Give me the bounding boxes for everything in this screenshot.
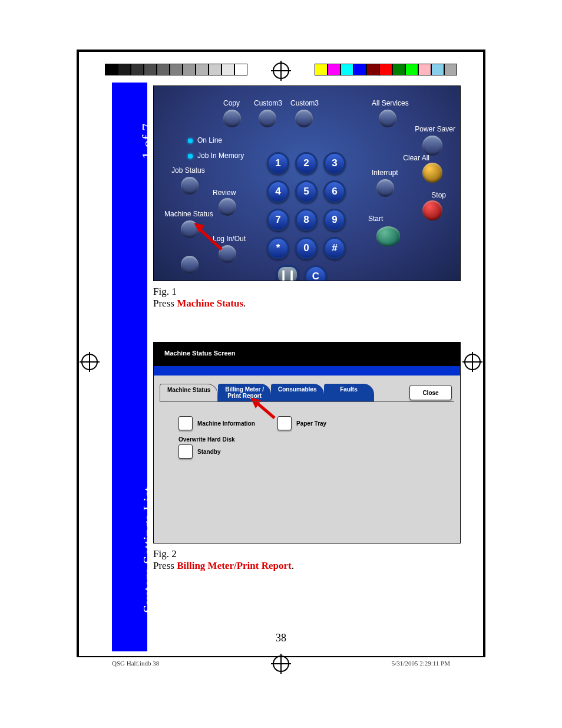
key-pause[interactable]: ❙❙ [276,265,299,281]
mss-body: Machine Information Paper Tray Overwrite… [160,401,454,538]
custom3b-label: Custom3 [290,99,319,107]
stop-button[interactable] [422,200,442,220]
fig1-caption-text: Press Machine Status. [153,298,450,309]
crop-rule-right [483,50,485,657]
opt-machine-info[interactable]: Machine Information [178,416,255,430]
fig1-control-panel: Copy Custom3 Custom3 All Services Power … [153,85,461,281]
fig2-machine-status-screen: Machine Status Screen Machine Status Bil… [153,342,461,543]
key-3[interactable]: 3 [323,152,346,174]
online-label: On Line [197,136,222,144]
registration-mark-icon [273,62,289,79]
opt-box-icon [178,416,193,430]
mss-titlebar: Machine Status Screen [154,342,460,366]
opt-box-icon [178,444,193,459]
all-services-button[interactable] [379,110,396,127]
key-star[interactable]: * [267,237,289,259]
overwrite-hd-label: Overwrite Hard Disk [178,436,235,443]
key-7[interactable]: 7 [267,209,289,231]
key-6[interactable]: 6 [323,180,346,203]
opt-machine-info-label: Machine Information [197,420,255,427]
red-arrow-icon [189,217,224,252]
jobmem-label: Job In Memory [197,151,244,160]
fig2-caption-text: Press Billing Meter/Print Report. [153,560,450,572]
jobmem-led-icon [188,154,193,159]
stop-label: Stop [431,191,446,199]
opt-standby-label: Standby [197,449,220,455]
sidebar: 1 of 7 System Settings List [112,83,147,651]
copy-button[interactable] [223,110,241,127]
footer-right: 5/31/2005 2:29:11 PM [392,660,450,667]
key-1[interactable]: 1 [267,152,289,174]
fig2-caption-post: . [292,560,294,571]
crop-rule-left [77,50,79,657]
fig1-caption-post: . [243,298,246,309]
numeric-keypad: 1 2 3 4 5 6 7 8 9 * [267,152,346,281]
power-saver-label: Power Saver [415,125,455,133]
start-label: Start [368,215,383,223]
copy-label: Copy [223,99,240,107]
mss-bluebar [154,366,460,375]
tab-faults[interactable]: Faults [324,384,374,401]
key-8[interactable]: 8 [295,209,318,231]
opt-paper-tray-label: Paper Tray [296,420,326,427]
opt-paper-tray[interactable]: Paper Tray [277,416,326,430]
custom3a-button[interactable] [259,110,276,127]
key-0[interactable]: 0 [295,237,318,259]
key-9[interactable]: 9 [323,209,346,231]
grayscale-calibration-strip [105,64,247,75]
content-column: Copy Custom3 Custom3 All Services Power … [153,85,450,572]
custom3b-button[interactable] [295,110,313,127]
key-clear[interactable]: C [305,265,327,281]
jobstatus-button[interactable] [181,177,199,195]
color-calibration-strip [315,64,457,75]
tab-billing-line1: Billing Meter / [225,386,264,393]
fig1-caption-pre: Press [153,298,177,309]
crop-rule-top [77,50,485,52]
footer: QSG Half.indb 38 5/31/2005 2:29:11 PM [112,660,450,667]
extra-button[interactable] [181,256,199,274]
fig2-caption-pre: Press [153,560,177,571]
clear-all-label: Clear All [403,154,429,162]
page-area: 1 of 7 System Settings List Copy Custom3… [112,83,450,651]
registration-mark-icon [81,354,98,370]
fig2-caption-number: Fig. 2 [153,548,450,560]
tab-machine-status[interactable]: Machine Status [160,384,218,401]
opt-standby[interactable]: Standby [178,444,220,459]
key-4[interactable]: 4 [267,180,289,203]
interrupt-label: Interrupt [372,169,398,177]
key-2[interactable]: 2 [295,152,318,174]
clear-all-button[interactable] [422,163,442,183]
all-services-label: All Services [372,99,409,107]
registration-mark-icon [464,354,481,370]
start-button[interactable] [376,226,400,246]
fig2-caption-hl: Billing Meter/Print Report [177,560,292,571]
fig1-caption-number: Fig. 1 [153,286,450,298]
footer-left: QSG Half.indb 38 [112,660,159,667]
interrupt-button[interactable] [376,179,394,197]
fig1-caption-hl: Machine Status [177,298,243,309]
jobstatus-label: Job Status [171,166,205,174]
close-button[interactable]: Close [409,385,452,400]
opt-box-icon [277,416,292,430]
key-hash[interactable]: # [323,237,346,259]
tab-consumables[interactable]: Consumables [271,384,324,401]
online-led-icon [188,139,193,143]
review-label: Review [213,189,236,197]
custom3a-label: Custom3 [254,99,282,107]
power-saver-button[interactable] [422,136,442,156]
page-number: 38 [276,632,286,644]
key-5[interactable]: 5 [295,180,318,203]
review-button[interactable] [219,198,236,216]
